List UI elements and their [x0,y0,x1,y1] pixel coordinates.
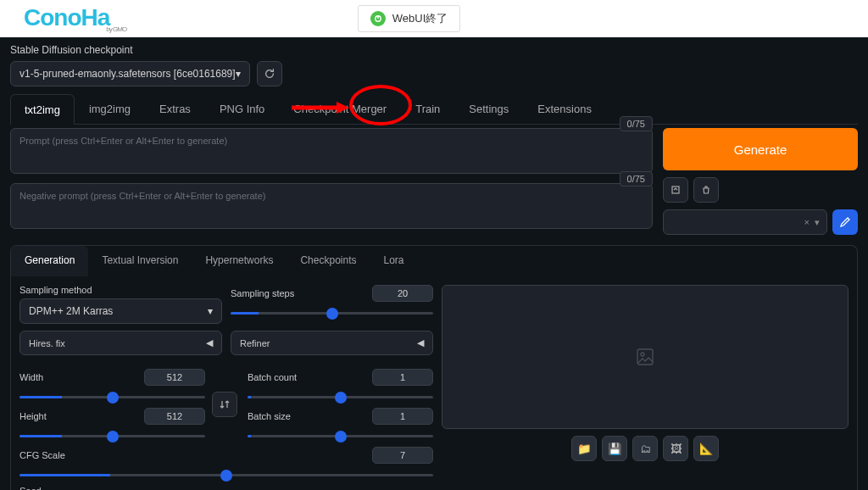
interrogate-button[interactable] [663,177,688,203]
subtab-lora[interactable]: Lora [370,246,418,276]
close-icon: × [804,217,810,227]
svg-point-6 [641,353,644,356]
generate-button[interactable]: Generate [663,128,858,170]
sampling-steps-value[interactable]: 20 [372,285,433,302]
batch-size-slider[interactable] [248,435,433,437]
svg-rect-5 [637,349,653,365]
tab-extras[interactable]: Extras [145,93,205,124]
checkpoint-value: v1-5-pruned-emaonly.safetensors [6ce0161… [19,68,236,80]
height-value[interactable]: 512 [144,408,205,425]
triangle-left-icon: ◀ [206,337,213,348]
open-folder-button[interactable]: 📁 [571,436,597,461]
tab-train[interactable]: Train [401,93,454,124]
conoha-logo: ConoHaby GMO [24,4,126,33]
chevron-down-icon: ▾ [236,68,241,80]
checkpoint-select[interactable]: v1-5-pruned-emaonly.safetensors [6ce0161… [10,61,250,86]
cfg-slider[interactable] [19,474,433,476]
shutdown-button[interactable]: WebUI終了 [358,5,461,32]
save-button[interactable]: 💾 [602,436,627,461]
height-slider[interactable] [19,435,205,437]
chevron-down-icon: ▾ [208,305,213,317]
send-extras-button[interactable]: 📐 [693,436,719,461]
tab-txt2img[interactable]: txt2img [10,94,75,125]
sampling-method-label: Sampling method [19,285,222,295]
main-tabs: txt2img img2img Extras PNG Info Checkpoi… [10,93,858,125]
clear-prompt-button[interactable] [693,177,719,203]
sub-tabs: Generation Textual Inversion Hypernetwor… [10,245,858,276]
shutdown-label: WebUI終了 [392,11,448,26]
tab-extensions[interactable]: Extensions [523,93,606,124]
output-preview [442,285,849,429]
triangle-left-icon: ◀ [417,337,424,348]
batch-count-value[interactable]: 1 [372,369,433,386]
seed-label: Seed [19,486,433,490]
send-img2img-button[interactable]: 🖼 [663,436,688,461]
zip-button[interactable]: 🗂 [632,436,658,461]
swap-dimensions-button[interactable] [212,392,237,417]
sampling-steps-label: Sampling steps [231,288,294,298]
tab-settings[interactable]: Settings [454,93,523,124]
top-header: ConoHaby GMO WebUI終了 [0,0,868,37]
negative-prompt-input[interactable] [10,183,653,229]
subtab-generation[interactable]: Generation [11,246,88,276]
prompt-counter: 0/75 [620,116,653,131]
image-placeholder-icon [636,348,654,366]
generation-panel: Sampling method DPM++ 2M Karras ▾ Sampli… [10,276,858,490]
styles-select[interactable]: × ▾ [663,209,827,235]
edit-styles-button[interactable] [832,209,858,235]
subtab-checkpoints[interactable]: Checkpoints [287,246,370,276]
sampling-steps-slider[interactable] [231,312,433,315]
cfg-value[interactable]: 7 [372,447,433,464]
subtab-textual-inversion[interactable]: Textual Inversion [88,246,192,276]
prompt-input[interactable] [10,128,653,174]
refresh-checkpoint-button[interactable] [257,61,282,86]
width-slider[interactable] [19,396,205,398]
tab-checkpoint-merger[interactable]: Checkpoint Merger [279,93,401,124]
batch-size-value[interactable]: 1 [372,408,433,425]
power-icon [370,11,386,26]
tab-pnginfo[interactable]: PNG Info [205,93,279,124]
subtab-hypernetworks[interactable]: Hypernetworks [192,246,287,276]
batch-count-label: Batch count [248,372,297,382]
width-label: Width [19,372,43,382]
hires-fix-toggle[interactable]: Hires. fix ◀ [19,331,222,355]
batch-size-label: Batch size [248,411,291,421]
refiner-toggle[interactable]: Refiner ◀ [231,331,433,355]
sampling-method-select[interactable]: DPM++ 2M Karras ▾ [19,298,222,324]
width-value[interactable]: 512 [144,369,205,386]
neg-prompt-counter: 0/75 [620,171,653,187]
tab-img2img[interactable]: img2img [75,93,145,124]
batch-count-slider[interactable] [248,396,433,398]
checkpoint-label: Stable Diffusion checkpoint [10,44,858,56]
height-label: Height [19,411,47,421]
chevron-down-icon: ▾ [815,217,820,228]
cfg-label: CFG Scale [19,450,65,460]
